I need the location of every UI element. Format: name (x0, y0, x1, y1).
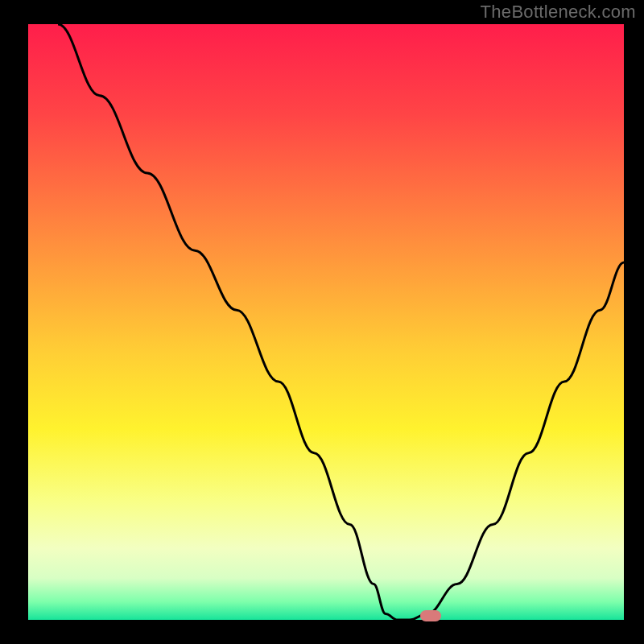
watermark-text: TheBottleneck.com (481, 2, 636, 23)
chart-frame: TheBottleneck.com (0, 0, 644, 644)
gradient-plot-svg (28, 24, 624, 620)
gradient-background (28, 24, 624, 620)
plot-area (28, 24, 624, 620)
optimal-marker (420, 610, 441, 621)
